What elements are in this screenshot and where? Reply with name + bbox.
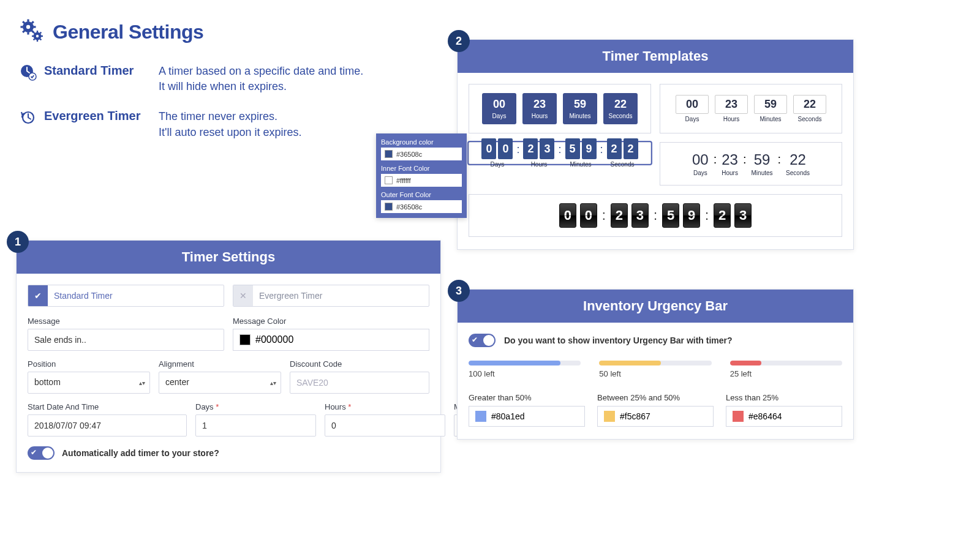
lt25-color-input[interactable]: #e86464 (726, 406, 842, 427)
template-card-4[interactable]: 00Days : 23Hours : 59Minutes : 22Seconds (660, 142, 842, 186)
svg-rect-4 (21, 26, 23, 28)
gt50-color-input[interactable]: #80a1ed (469, 406, 585, 427)
template-card-5[interactable]: 00 : 23 : 59 : 23 (469, 194, 842, 237)
timer-settings-header: Timer Settings (17, 241, 440, 274)
tab-standard-timer[interactable]: ✔ Standard Timer (28, 285, 224, 307)
badge-3: 3 (448, 280, 470, 302)
svg-rect-2 (27, 20, 29, 22)
timer-templates-header: Timer Templates (458, 40, 853, 73)
template-card-2[interactable]: 00Days 23Hours 59Minutes 22Seconds (660, 84, 842, 133)
svg-point-1 (26, 25, 30, 29)
color-swatch-icon (239, 334, 251, 345)
svg-rect-14 (32, 36, 34, 37)
gt50-label: Greater than 50% (469, 393, 585, 402)
gears-icon (20, 18, 44, 45)
bar-100: 100 left (469, 361, 581, 378)
position-select[interactable]: bottom (28, 372, 150, 394)
message-input[interactable] (28, 329, 224, 351)
clock-check-icon (20, 64, 37, 81)
check-icon: ✔ (472, 335, 478, 344)
timer-templates-panel: 2 Timer Templates 00Days 23Hours 59Minut… (457, 39, 854, 250)
message-color-input[interactable]: #000000 (233, 329, 429, 351)
days-label: Days * (195, 402, 316, 411)
hours-input[interactable] (325, 414, 445, 437)
timer-settings-panel: 1 Timer Settings ✔ Standard Timer ✕ Ever… (16, 240, 441, 473)
color-popover: Background color #36508c Inner Font Colo… (376, 133, 467, 218)
alignment-label: Alignment (159, 359, 281, 369)
bt2550-color-input[interactable]: #f5c867 (597, 406, 714, 427)
svg-rect-15 (41, 36, 43, 37)
svg-rect-13 (37, 40, 38, 42)
bg-color-input[interactable]: #36508c (381, 148, 462, 160)
check-icon: ✔ (28, 285, 48, 306)
outer-font-input[interactable]: #36508c (381, 200, 462, 213)
badge-1: 1 (7, 231, 29, 253)
message-color-label: Message Color (233, 317, 429, 326)
bar-25: 25 left (730, 361, 842, 378)
discount-input[interactable] (290, 372, 429, 394)
standard-timer-label: Standard Timer (44, 64, 151, 78)
inventory-urgency-header: Inventory Urgency Bar (458, 290, 853, 323)
svg-rect-5 (34, 26, 36, 28)
hours-label: Hours * (325, 402, 445, 411)
template-card-1[interactable]: 00Days 23Hours 59Minutes 22Seconds (469, 84, 651, 133)
tab-evergreen-timer[interactable]: ✕ Evergreen Timer (233, 285, 429, 307)
start-datetime-input[interactable] (28, 414, 187, 437)
alignment-select[interactable]: center (159, 372, 281, 394)
color-swatch-icon (385, 203, 393, 211)
evergreen-timer-label: Evergreen Timer (44, 109, 151, 123)
days-input[interactable] (195, 414, 316, 437)
outer-font-label: Outer Font Color (381, 191, 462, 198)
discount-label: Discount Code (290, 359, 429, 369)
urgency-toggle-label: Do you want to show inventory Urgency Ba… (504, 335, 733, 345)
auto-add-label: Automatically add timer to your store? (62, 448, 219, 458)
close-icon: ✕ (233, 285, 253, 306)
check-icon: ✔ (31, 448, 37, 457)
lt25-label: Less than 25% (726, 393, 842, 402)
clock-reset-icon (20, 109, 37, 126)
position-label: Position (28, 359, 150, 369)
svg-rect-3 (27, 32, 29, 35)
svg-rect-12 (37, 31, 38, 32)
bar-50: 50 left (599, 361, 711, 378)
standard-timer-desc: A timer based on a specific date and tim… (159, 64, 363, 94)
inventory-urgency-panel: 3 Inventory Urgency Bar ✔ Do you want to… (457, 289, 854, 440)
color-swatch-icon (385, 150, 393, 158)
svg-point-11 (36, 35, 39, 37)
color-swatch-icon (385, 176, 393, 184)
color-swatch-icon (604, 411, 615, 422)
start-label: Start Date And Time (28, 402, 187, 411)
auto-add-toggle[interactable]: ✔ (28, 446, 55, 460)
bt2550-label: Between 25% and 50% (597, 393, 714, 402)
color-swatch-icon (475, 411, 486, 422)
inner-font-input[interactable]: #ffffff (381, 174, 462, 187)
page-title-text: General Settings (53, 21, 203, 43)
urgency-toggle[interactable]: ✔ (469, 334, 496, 347)
message-label: Message (28, 317, 224, 326)
inner-font-label: Inner Font Color (381, 165, 462, 172)
color-swatch-icon (733, 411, 744, 422)
bg-color-label: Background color (381, 138, 462, 146)
evergreen-timer-desc: The timer never expires. It'll auto rese… (159, 109, 302, 140)
template-card-3[interactable]: 00Days : 23Hours : 59Minutes : 22Seconds (469, 142, 651, 164)
badge-2: 2 (448, 30, 470, 52)
